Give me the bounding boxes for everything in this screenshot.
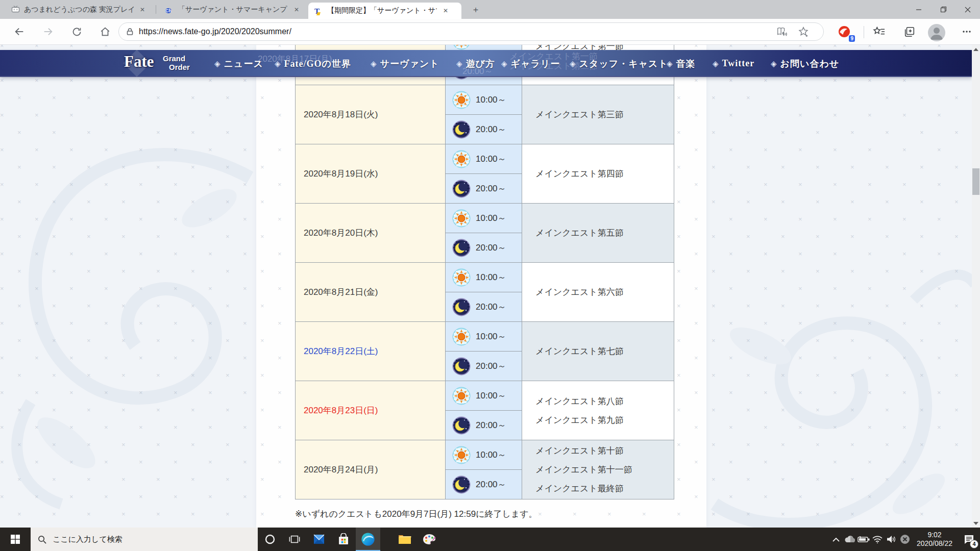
forward-button[interactable] [40,23,56,40]
restore-button[interactable] [931,0,955,19]
back-button[interactable] [11,23,28,40]
wifi-icon[interactable] [870,528,884,551]
nav-item-2[interactable]: ◈Fate/GOの世界 [275,50,351,77]
lattice-x-mark: × [816,163,820,171]
lattice-x-mark: × [226,475,230,483]
start-button[interactable] [0,528,31,551]
lattice-x-mark: × [850,371,854,379]
browser-tab-3-active[interactable]: T 【期間限定】「サーヴァント・サマーキャン ✕ [308,3,461,19]
refresh-button[interactable] [68,23,85,40]
nav-item-4[interactable]: ◈遊び方 [456,50,495,77]
lattice-x-mark: × [746,441,750,448]
night-time-label: 20:00～ [476,242,506,254]
trend-micro-extension-icon[interactable]: 9 [836,23,852,40]
tray-chevron-up-icon[interactable] [829,528,843,551]
mail-app-button[interactable] [307,528,331,551]
lattice-x-mark: × [833,423,837,431]
lock-icon[interactable] [126,28,134,36]
lattice-x-mark: × [885,267,889,275]
lattice-x-mark: × [52,233,56,240]
lattice-x-mark: × [121,129,126,136]
tab-close-icon[interactable]: ✕ [138,5,147,14]
lattice-x-mark: × [87,267,91,275]
lattice-x-mark: × [954,163,959,171]
lattice-x-mark: × [833,111,837,119]
lattice-x-mark: × [764,319,768,327]
volume-icon[interactable] [884,528,898,551]
schedule-date-cell: 2020年8月21日(金) [296,263,446,322]
lattice-x-mark: × [937,319,941,327]
lattice-x-mark: × [729,285,733,292]
home-button[interactable] [97,23,113,40]
edge-browser-button[interactable] [356,528,380,551]
day-time-label: 10:00～ [476,271,506,283]
url-text[interactable]: https://news.fate-go.jp/2020/2020summer/ [139,27,823,36]
task-view-button[interactable] [282,528,307,551]
microsoft-store-button[interactable] [331,528,356,551]
paint-3d-button[interactable] [417,528,442,551]
lattice-x-mark: × [764,285,768,292]
scrollbar-thumb[interactable] [972,168,979,195]
file-explorer-button[interactable] [393,528,417,551]
taskbar-search-box[interactable]: ここに入力して検索 [31,528,258,551]
nav-item-5[interactable]: ◈ギャラリー [501,50,560,77]
profile-avatar[interactable] [928,24,945,41]
read-aloud-icon[interactable] [776,27,788,37]
floral-decoration-right [699,239,972,528]
browser-tab-1[interactable]: あつまれどうぶつの森 実況プレイpart ✕ [5,0,155,19]
lattice-x-mark: × [17,198,21,206]
lattice-x-mark: × [746,510,750,518]
lattice-x-mark: × [0,215,4,223]
lattice-x-mark: × [139,111,143,119]
lattice-x-mark: × [746,337,750,344]
lattice-x-mark: × [712,129,716,136]
fgo-logo[interactable]: Fate GrandOrder [124,52,201,76]
close-window-button[interactable] [955,0,980,19]
disconnected-x-icon[interactable] [898,528,912,551]
day-time-label: 10:00～ [476,331,506,342]
lattice-x-mark: × [156,510,160,518]
action-center-button[interactable]: 4 [958,528,980,551]
nav-item-3[interactable]: ◈サーヴァント [371,50,439,77]
address-bar[interactable]: https://news.fate-go.jp/2020/2020summer/ [118,22,824,41]
nav-item-6[interactable]: ◈スタッフ・キャスト [570,50,668,77]
minimize-button[interactable] [906,0,931,19]
browser-tab-2[interactable]: Ch 「サーヴァント・サマーキャンプ！ ～カル ✕ [159,0,306,19]
taskbar-clock[interactable]: 9:02 2020/08/22 [912,531,958,548]
collections-icon[interactable] [901,23,918,40]
nav-item-9[interactable]: ◈お問い合わせ [771,50,839,77]
lattice-x-mark: × [920,302,924,310]
lattice-x-mark: × [121,198,126,206]
nav-item-1[interactable]: ◈ニュース [214,50,263,77]
nav-item-7[interactable]: ◈音楽 [667,50,696,77]
tab-close-icon[interactable]: ✕ [441,6,450,15]
lattice-x-mark: × [69,77,74,84]
schedule-night-time-cell: 20:00～ [446,470,522,499]
quest-name: メインクエスト第六節 [535,283,674,302]
tab-close-icon[interactable]: ✕ [292,5,301,14]
browser-menu-icon[interactable] [959,23,975,40]
lattice-x-mark: × [902,181,906,188]
lattice-x-mark: × [798,354,802,362]
scroll-up-arrow[interactable] [972,45,980,54]
cortana-button[interactable] [258,528,282,551]
lattice-x-mark: × [35,111,39,119]
lattice-x-mark: × [243,458,247,466]
scroll-down-arrow[interactable] [972,519,980,528]
lattice-x-mark: × [746,302,750,310]
add-favorite-star-icon[interactable] [798,26,809,37]
lattice-x-mark: × [191,302,195,310]
onedrive-cloud-icon[interactable] [843,528,856,551]
nav-item-8[interactable]: ◈Twitter [713,50,754,77]
page-scrollbar[interactable] [972,45,980,528]
lattice-x-mark: × [798,493,802,500]
battery-charging-icon[interactable] [856,528,870,551]
lattice-x-mark: × [139,389,143,396]
lattice-x-mark: × [208,45,212,49]
lattice-x-mark: × [174,77,178,84]
favorites-bar-icon[interactable] [871,23,887,40]
lattice-x-mark: × [729,319,733,327]
lattice-x-mark: × [885,129,889,136]
new-tab-button[interactable]: ＋ [469,3,483,17]
lattice-x-mark: × [885,94,889,102]
